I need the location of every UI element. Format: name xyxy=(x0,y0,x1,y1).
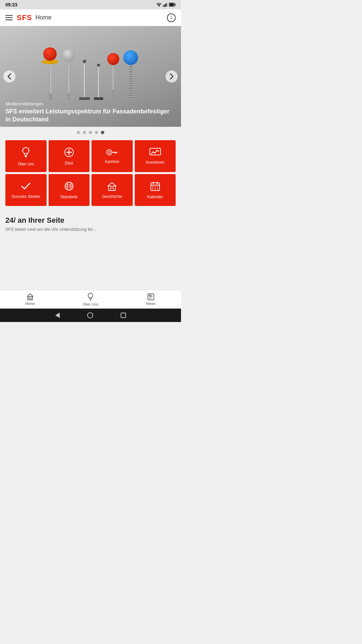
dot-1[interactable] xyxy=(77,131,80,134)
tile-kalender[interactable]: Kalender xyxy=(135,174,176,206)
hero-category: Medienmitteilungen xyxy=(5,101,176,106)
tile-success-stories-label: Success Stories xyxy=(11,194,40,199)
section-area: 24/ an Ihrer Seite SFS bietet rund um di… xyxy=(0,208,181,234)
tile-kalender-label: Kalender xyxy=(147,195,163,199)
svg-point-24 xyxy=(107,150,112,155)
screw-5 xyxy=(107,53,119,100)
hamburger-menu[interactable] xyxy=(5,15,13,20)
status-icons xyxy=(156,3,176,7)
signal-icon xyxy=(163,3,168,7)
screw-6 xyxy=(123,50,138,100)
tile-ueber-uns[interactable]: Über uns xyxy=(5,140,47,172)
menu-grid: Über uns DNA Karriere xyxy=(0,138,181,208)
home-nav-icon xyxy=(26,293,34,301)
tile-karriere-label: Karriere xyxy=(105,159,119,164)
calendar-icon xyxy=(150,181,160,191)
section-subtitle: SFS bietet rund um die Uhr Unterstützung… xyxy=(5,227,176,232)
house-icon xyxy=(107,181,117,191)
svg-rect-6 xyxy=(175,4,176,6)
svg-rect-10 xyxy=(5,19,13,20)
status-time: 09:23 xyxy=(5,2,17,7)
tile-investoren-label: Investoren xyxy=(146,160,165,165)
svg-point-11 xyxy=(171,16,172,17)
svg-rect-8 xyxy=(5,15,13,16)
svg-point-43 xyxy=(155,186,156,187)
svg-line-18 xyxy=(28,148,29,149)
svg-rect-37 xyxy=(111,188,113,191)
svg-point-42 xyxy=(152,186,153,187)
carousel-prev[interactable] xyxy=(3,70,15,83)
carousel-next[interactable] xyxy=(166,70,178,83)
tile-ueber-uns-label: Über uns xyxy=(18,162,34,166)
svg-line-17 xyxy=(22,148,23,149)
bulb-nav-icon xyxy=(87,292,94,301)
bottom-nav-ueber-uns[interactable]: Über Uns xyxy=(60,290,121,308)
svg-marker-58 xyxy=(55,313,60,318)
screw-1 xyxy=(43,47,58,100)
tile-karriere[interactable]: Karriere xyxy=(92,140,133,172)
svg-point-50 xyxy=(88,293,93,298)
svg-rect-4 xyxy=(167,3,168,7)
info-button[interactable] xyxy=(167,13,176,22)
svg-rect-9 xyxy=(5,17,13,18)
bottom-nav-home[interactable]: Home xyxy=(0,291,60,308)
section-title: 24/ an Ihrer Seite xyxy=(5,216,176,225)
svg-point-25 xyxy=(108,151,111,154)
bottom-nav: Home Über Uns News xyxy=(0,290,181,309)
tile-dna-label: DNA xyxy=(65,161,73,166)
hero-title: SFS erweitert Leistungsspektrum für Fass… xyxy=(5,108,176,123)
bottom-nav-home-label: Home xyxy=(25,302,35,306)
bottom-nav-news[interactable]: News xyxy=(121,291,181,308)
android-recents-btn[interactable] xyxy=(120,312,126,318)
svg-rect-2 xyxy=(164,4,165,7)
sfs-logo: SFS xyxy=(17,13,32,22)
hero-image xyxy=(0,26,181,107)
page-title: Home xyxy=(36,14,167,21)
battery-icon xyxy=(169,3,176,7)
svg-rect-12 xyxy=(171,17,172,19)
svg-point-30 xyxy=(153,151,154,153)
dot-2[interactable] xyxy=(83,131,86,134)
dot-4[interactable] xyxy=(95,131,98,134)
android-back-btn[interactable] xyxy=(55,312,60,319)
svg-point-44 xyxy=(157,186,158,187)
svg-rect-1 xyxy=(163,5,164,7)
tile-geschichte[interactable]: Geschichte xyxy=(92,174,133,206)
svg-point-45 xyxy=(152,189,153,190)
tile-success-stories[interactable]: Success Stories xyxy=(5,174,47,206)
svg-rect-48 xyxy=(28,297,33,300)
news-nav-icon xyxy=(147,293,155,301)
bottom-nav-ueber-uns-label: Über Uns xyxy=(83,302,98,306)
dot-5[interactable] xyxy=(101,131,104,134)
svg-point-59 xyxy=(87,313,93,318)
carousel-dots xyxy=(0,127,181,138)
dot-3[interactable] xyxy=(89,131,92,134)
globe-icon xyxy=(64,181,74,191)
bottom-nav-news-label: News xyxy=(146,302,156,306)
svg-rect-7 xyxy=(170,4,174,6)
bulb-icon xyxy=(20,146,31,158)
key-icon xyxy=(106,149,118,156)
hero-carousel: Medienmitteilungen SFS erweitert Leistun… xyxy=(0,26,181,127)
svg-point-0 xyxy=(159,6,159,7)
screw-4 xyxy=(94,64,103,100)
svg-point-31 xyxy=(154,152,156,154)
svg-point-32 xyxy=(156,150,158,151)
android-home-btn[interactable] xyxy=(87,312,94,319)
status-bar: 09:23 xyxy=(0,0,181,9)
tile-geschichte-label: Geschichte xyxy=(102,194,122,199)
check-icon xyxy=(21,181,31,191)
tile-dna[interactable]: DNA xyxy=(49,140,90,172)
chart-icon xyxy=(149,148,161,157)
screw-3 xyxy=(79,60,90,100)
svg-point-47 xyxy=(157,189,158,190)
tile-standorte-label: Standorte xyxy=(60,195,78,199)
tile-investoren[interactable]: Investoren xyxy=(135,140,176,172)
svg-rect-36 xyxy=(109,186,115,191)
top-nav: SFS Home xyxy=(0,9,181,26)
svg-point-13 xyxy=(23,148,29,154)
tile-standorte[interactable]: Standorte xyxy=(49,174,90,206)
svg-rect-3 xyxy=(166,3,167,7)
wifi-icon xyxy=(156,3,162,7)
plus-circle-icon xyxy=(64,147,74,158)
